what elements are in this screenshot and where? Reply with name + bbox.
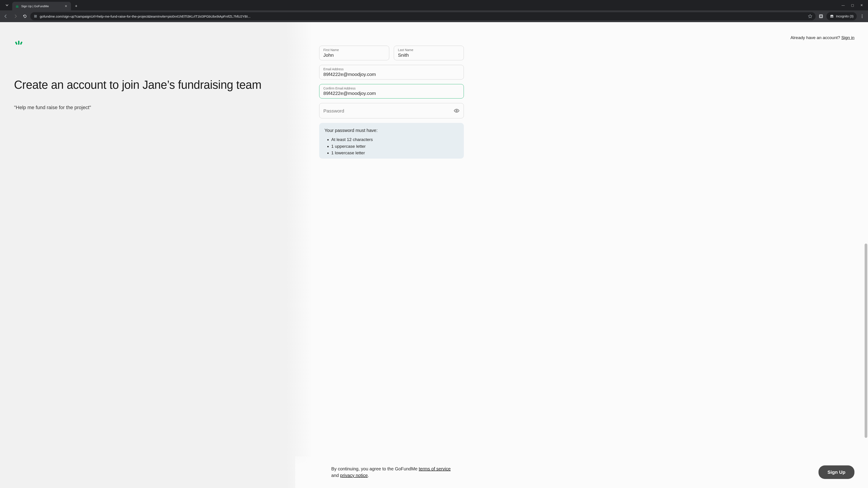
signup-form: First Name Last Name Email Address bbox=[319, 46, 464, 159]
first-name-label: First Name bbox=[323, 48, 385, 52]
svg-point-14 bbox=[456, 110, 457, 111]
tune-icon bbox=[33, 14, 37, 18]
reader-icon bbox=[819, 14, 823, 19]
signin-prompt-text: Already have an account? bbox=[790, 35, 841, 40]
agree-text: By continuing, you agree to the GoFundMe… bbox=[331, 466, 458, 479]
email-field[interactable]: Email Address bbox=[319, 65, 464, 79]
window-maximize-button[interactable]: ▢ bbox=[851, 3, 854, 7]
back-button[interactable] bbox=[2, 12, 10, 20]
url-text: gofundme.com/sign-up?campaignUrl=help-me… bbox=[40, 14, 804, 18]
reload-icon bbox=[23, 14, 27, 19]
svg-rect-7 bbox=[819, 15, 823, 18]
svg-point-10 bbox=[832, 17, 833, 18]
confirm-email-input[interactable] bbox=[323, 91, 460, 96]
confirm-email-label: Confirm Email Address bbox=[323, 87, 460, 90]
last-name-input[interactable] bbox=[398, 53, 460, 58]
browser-tab[interactable]: Sign Up | GoFundMe ✕ bbox=[12, 2, 71, 10]
svg-point-12 bbox=[862, 16, 862, 17]
password-field[interactable] bbox=[319, 103, 464, 119]
privacy-link[interactable]: privacy notice bbox=[340, 473, 368, 478]
form-scrollbar[interactable] bbox=[864, 49, 868, 454]
confirm-email-field[interactable]: Confirm Email Address bbox=[319, 84, 464, 99]
signup-button[interactable]: Sign Up bbox=[818, 465, 855, 479]
password-input[interactable] bbox=[323, 108, 460, 113]
incognito-label: Incognito (3) bbox=[836, 14, 854, 18]
eye-icon bbox=[454, 108, 460, 113]
chevron-down-icon bbox=[5, 3, 9, 7]
email-input[interactable] bbox=[323, 72, 460, 77]
password-hints: Your password must have: At least 12 cha… bbox=[319, 123, 464, 158]
address-bar[interactable]: gofundme.com/sign-up?campaignUrl=help-me… bbox=[30, 12, 815, 20]
svg-point-6 bbox=[35, 17, 35, 18]
password-hint-item: 1 uppercase letter bbox=[331, 143, 458, 150]
star-icon bbox=[808, 14, 812, 19]
svg-rect-2 bbox=[18, 6, 19, 7]
site-info-button[interactable] bbox=[33, 14, 37, 18]
left-column: Create an account to join Jane’s fundrai… bbox=[0, 22, 295, 488]
incognito-indicator[interactable]: Incognito (3) bbox=[827, 12, 857, 20]
svg-point-5 bbox=[36, 16, 37, 17]
kebab-icon bbox=[860, 14, 864, 19]
first-name-input[interactable] bbox=[323, 53, 385, 58]
incognito-icon bbox=[830, 14, 834, 19]
svg-point-4 bbox=[34, 15, 35, 16]
page-content: Create an account to join Jane’s fundrai… bbox=[0, 22, 868, 488]
reload-button[interactable] bbox=[21, 12, 29, 20]
tab-close-button[interactable]: ✕ bbox=[64, 4, 68, 8]
browser-toolbar: gofundme.com/sign-up?campaignUrl=help-me… bbox=[0, 10, 868, 22]
new-tab-button[interactable]: + bbox=[72, 2, 80, 10]
browser-tabstrip: Sign Up | GoFundMe ✕ + ― ▢ ✕ bbox=[0, 0, 868, 10]
svg-rect-1 bbox=[17, 5, 18, 7]
campaign-subquote: "Help me fund raise for the project" bbox=[14, 105, 284, 110]
reader-mode-button[interactable] bbox=[817, 12, 825, 20]
svg-point-9 bbox=[831, 17, 832, 18]
svg-point-13 bbox=[862, 17, 862, 18]
gofundme-logo-icon bbox=[14, 38, 24, 45]
tab-search-button[interactable] bbox=[2, 0, 12, 10]
email-label: Email Address bbox=[323, 67, 460, 71]
svg-point-11 bbox=[862, 14, 862, 15]
terms-link[interactable]: terms of service bbox=[419, 466, 451, 471]
footer-bar: By continuing, you agree to the GoFundMe… bbox=[295, 456, 868, 488]
last-name-label: Last Name bbox=[398, 48, 460, 52]
bookmark-button[interactable] bbox=[808, 14, 812, 19]
gofundme-favicon-icon bbox=[16, 4, 19, 8]
svg-rect-8 bbox=[820, 15, 822, 17]
agree-pre: By continuing, you agree to the GoFundMe bbox=[331, 466, 419, 471]
last-name-field[interactable]: Last Name bbox=[394, 46, 464, 60]
window-close-button[interactable]: ✕ bbox=[860, 3, 863, 7]
agree-mid: and bbox=[331, 473, 340, 478]
tab-title: Sign Up | GoFundMe bbox=[21, 4, 49, 8]
window-minimize-button[interactable]: ― bbox=[842, 3, 845, 7]
signin-prompt: Already have an account? Sign in bbox=[790, 35, 855, 40]
svg-rect-3 bbox=[16, 7, 19, 7]
arrow-right-icon bbox=[13, 14, 18, 19]
browser-menu-button[interactable] bbox=[858, 12, 866, 20]
page-headline: Create an account to join Jane’s fundrai… bbox=[14, 78, 284, 91]
signin-link[interactable]: Sign in bbox=[841, 35, 855, 40]
toggle-password-visibility-button[interactable] bbox=[454, 108, 460, 113]
agree-post: . bbox=[368, 473, 369, 478]
scrollbar-thumb[interactable] bbox=[865, 243, 867, 438]
first-name-field[interactable]: First Name bbox=[319, 46, 389, 60]
forward-button[interactable] bbox=[11, 12, 20, 20]
password-hints-title: Your password must have: bbox=[324, 128, 458, 133]
arrow-left-icon bbox=[4, 14, 8, 19]
password-hint-item: 1 lowercase letter bbox=[331, 150, 458, 156]
svg-rect-0 bbox=[16, 6, 17, 7]
password-hint-item: At least 12 characters bbox=[331, 136, 458, 143]
right-column: Already have an account? Sign in First N… bbox=[295, 22, 868, 488]
